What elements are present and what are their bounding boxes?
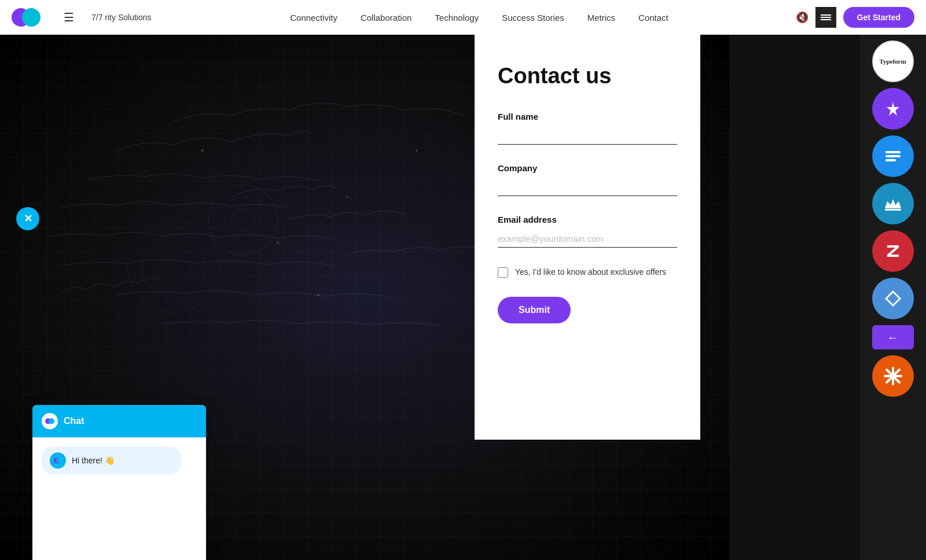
back-arrow-icon: ← <box>887 331 899 344</box>
nav-link-metrics[interactable]: Metrics <box>587 13 615 23</box>
svg-point-4 <box>208 185 278 255</box>
svg-point-6 <box>232 208 255 231</box>
chat-body: Hi there! 👋 <box>32 437 206 560</box>
zotero-icon <box>883 241 903 261</box>
logo <box>12 8 41 27</box>
app-crown[interactable] <box>872 183 914 224</box>
app-intercom[interactable] <box>872 135 914 177</box>
chat-widget: Chat Hi there! 👋 <box>32 405 206 560</box>
speaker-icon[interactable]: 🔇 <box>796 11 809 24</box>
nav-link-contact[interactable]: Contact <box>638 13 668 23</box>
app-asterisk[interactable] <box>872 355 914 397</box>
logo-circle-right <box>22 8 41 27</box>
nav-brand: 7/7 rity Solutions <box>91 13 152 22</box>
app-zapier[interactable] <box>872 88 914 130</box>
svg-rect-22 <box>885 209 901 211</box>
svg-rect-19 <box>885 151 901 153</box>
app-diamond[interactable] <box>872 278 914 319</box>
svg-point-10 <box>347 196 348 198</box>
email-input[interactable] <box>498 230 677 248</box>
email-label: Email address <box>498 215 677 224</box>
full-name-input[interactable] <box>498 127 677 145</box>
hamburger-icon[interactable]: ☰ <box>64 10 74 24</box>
sidebar-back-button[interactable]: ← <box>872 325 914 349</box>
app-typeform[interactable]: Typeform <box>872 40 914 82</box>
chat-header-icon <box>42 413 58 429</box>
zapier-icon <box>884 100 902 117</box>
get-started-button[interactable]: Get Started <box>843 7 914 28</box>
offers-checkbox-row: Yes, I'd like to know about exclusive of… <box>498 266 677 278</box>
chat-message-text: Hi there! 👋 <box>72 456 115 465</box>
full-name-label: Full name <box>498 112 677 121</box>
svg-point-11 <box>277 242 279 244</box>
right-sidebar: Typeform ← <box>859 35 926 560</box>
contact-panel: Contact us Full name Company Email addre… <box>475 35 700 440</box>
nav-actions: 🔇 Get Started <box>796 7 914 28</box>
company-field: Company <box>498 163 677 196</box>
chat-title: Chat <box>64 416 84 426</box>
svg-point-17 <box>56 458 62 463</box>
full-name-field: Full name <box>498 112 677 145</box>
asterisk-icon <box>883 366 903 386</box>
flag-icon <box>815 7 836 28</box>
svg-point-9 <box>201 149 204 152</box>
contact-title: Contact us <box>498 64 677 89</box>
company-input[interactable] <box>498 179 677 196</box>
typeform-label: Typeform <box>879 58 906 65</box>
nav-links: Connectivity Collaboration Technology Su… <box>181 13 778 23</box>
svg-marker-18 <box>887 102 899 116</box>
chat-close-button[interactable]: ✕ <box>16 207 39 230</box>
nav-link-collaboration[interactable]: Collaboration <box>361 13 411 23</box>
chat-avatar <box>50 452 66 469</box>
svg-point-15 <box>49 418 54 424</box>
svg-rect-3 <box>821 19 831 20</box>
nav-link-connectivity[interactable]: Connectivity <box>290 13 337 23</box>
logo-circles <box>12 8 41 27</box>
svg-point-7 <box>127 220 220 312</box>
nav-link-success-stories[interactable]: Success Stories <box>502 13 564 23</box>
svg-point-8 <box>142 234 205 298</box>
svg-rect-20 <box>885 155 901 157</box>
navbar: ☰ 7/7 rity Solutions Connectivity Collab… <box>0 0 926 35</box>
submit-button[interactable]: Submit <box>498 297 571 323</box>
intercom-icon <box>883 146 903 166</box>
email-field: Email address <box>498 215 677 248</box>
chat-header: Chat <box>32 405 206 437</box>
nav-link-technology[interactable]: Technology <box>435 13 479 23</box>
offers-checkbox-label: Yes, I'd like to know about exclusive of… <box>515 266 666 278</box>
company-label: Company <box>498 163 677 173</box>
svg-rect-1 <box>821 14 831 16</box>
app-zotero[interactable] <box>872 230 914 272</box>
svg-rect-2 <box>821 17 831 18</box>
offers-checkbox[interactable] <box>498 267 508 278</box>
svg-point-12 <box>416 150 418 152</box>
svg-point-5 <box>220 197 266 243</box>
svg-point-13 <box>317 294 319 296</box>
crown-icon <box>883 193 903 214</box>
svg-rect-21 <box>885 159 896 161</box>
diamond-icon <box>883 288 903 309</box>
chat-message: Hi there! 👋 <box>42 447 181 474</box>
